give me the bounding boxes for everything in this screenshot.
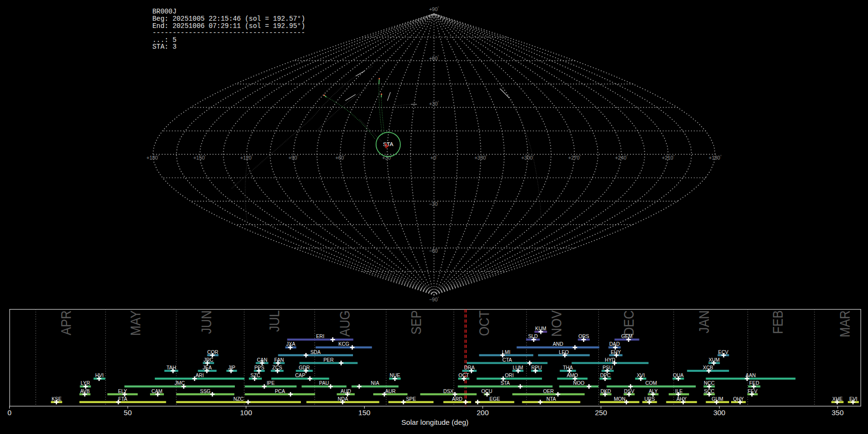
svg-text:ZCS: ZCS: [272, 365, 282, 370]
svg-text:XVI: XVI: [637, 373, 645, 378]
svg-text:SLD: SLD: [528, 334, 538, 339]
svg-text:GEM: GEM: [621, 334, 632, 339]
svg-text:FTA: FTA: [118, 396, 127, 402]
svg-text:+90°: +90°: [288, 155, 298, 161]
svg-text:SDA: SDA: [311, 350, 321, 355]
svg-text:JIP: JIP: [228, 365, 235, 370]
svg-text:+180°: +180°: [147, 155, 160, 161]
svg-text:NZC: NZC: [233, 396, 244, 402]
svg-text:ORI: ORI: [505, 373, 514, 378]
svg-text:CAM: CAM: [151, 389, 163, 394]
svg-text:SZC: SZC: [250, 373, 260, 378]
svg-text:NIA: NIA: [371, 380, 379, 386]
svg-text:SEP: SEP: [408, 311, 424, 335]
svg-text:JRC: JRC: [203, 357, 214, 363]
svg-text:XUM: XUM: [708, 357, 719, 363]
svg-text:IPE: IPE: [267, 380, 275, 386]
svg-text:AUR: AUR: [385, 389, 396, 394]
svg-text:300: 300: [713, 408, 725, 417]
svg-text:+60°: +60°: [429, 55, 439, 61]
svg-text:+180°: +180°: [709, 155, 722, 161]
svg-text:+30°: +30°: [429, 100, 439, 107]
svg-text:ORS: ORS: [578, 334, 589, 339]
svg-text:COM: COM: [645, 380, 657, 386]
svg-text:PCA: PCA: [275, 389, 285, 394]
svg-text:AAN: AAN: [746, 373, 756, 378]
svg-text:350: 350: [831, 408, 843, 417]
svg-text:DKD: DKD: [600, 389, 611, 394]
svg-text:GDR: GDR: [299, 365, 310, 370]
svg-text:Solar longitude (deg): Solar longitude (deg): [401, 418, 468, 426]
svg-text:JMC: JMC: [175, 380, 185, 386]
svg-text:LMI: LMI: [502, 350, 510, 355]
svg-text:STA: 3: STA: 3: [152, 43, 176, 51]
svg-text:QUA: QUA: [673, 373, 683, 378]
svg-text:STA: STA: [501, 380, 510, 386]
svg-text:THA: THA: [563, 365, 573, 370]
svg-text:EGE: EGE: [489, 396, 500, 402]
svg-text:+300°: +300°: [521, 155, 534, 161]
svg-text:MAY: MAY: [128, 311, 144, 336]
svg-text:LYR: LYR: [81, 380, 90, 386]
svg-text:PSU: PSU: [603, 365, 613, 370]
svg-text:MAR: MAR: [837, 311, 853, 338]
svg-text:−60°: −60°: [429, 247, 439, 254]
svg-text:FEB: FEB: [770, 311, 786, 334]
svg-text:AUG: AUG: [337, 311, 353, 337]
svg-text:XCB: XCB: [703, 365, 713, 370]
svg-text:NDA: NDA: [338, 396, 348, 402]
svg-text:+120°: +120°: [240, 155, 253, 161]
svg-text:150: 150: [358, 408, 370, 417]
svg-text:SCC: SCC: [704, 389, 715, 394]
svg-text:JUL: JUL: [266, 311, 282, 332]
svg-text:NCC: NCC: [704, 380, 715, 386]
svg-text:ILE: ILE: [675, 389, 683, 394]
svg-text:NOO: NOO: [573, 380, 584, 386]
svg-text:0: 0: [7, 408, 11, 417]
svg-text:ALY: ALY: [649, 389, 658, 394]
svg-text:+270°: +270°: [568, 155, 581, 161]
svg-text:OCU: OCU: [481, 389, 492, 394]
svg-text:AHY: AHY: [677, 396, 687, 402]
svg-text:50: 50: [124, 408, 132, 417]
svg-text:NTA: NTA: [546, 396, 556, 402]
svg-text:COR: COR: [207, 350, 218, 355]
svg-text:AMO: AMO: [567, 373, 578, 378]
svg-text:+60°: +60°: [335, 155, 345, 161]
svg-text:CTA: CTA: [502, 357, 512, 363]
svg-text:LEO: LEO: [559, 350, 569, 355]
svg-text:TAH: TAH: [166, 365, 176, 370]
svg-text:+240°: +240°: [615, 155, 628, 161]
svg-text:KSE: KSE: [52, 396, 62, 402]
svg-text:HYD: HYD: [605, 357, 615, 363]
svg-text:OCT: OCT: [476, 311, 492, 336]
svg-text:GUM: GUM: [712, 396, 723, 402]
svg-text:RPU: RPU: [531, 365, 542, 370]
svg-text:URS: URS: [644, 396, 655, 402]
svg-text:FAN: FAN: [274, 357, 284, 363]
svg-text:DPC: DPC: [600, 373, 610, 378]
svg-text:FED: FED: [749, 380, 760, 386]
svg-text:DSX: DSX: [443, 389, 453, 394]
svg-text:EHY: EHY: [610, 350, 621, 355]
svg-text:AND: AND: [553, 341, 563, 347]
svg-text:BR000J: BR000J: [152, 8, 176, 15]
svg-text:−30°: −30°: [429, 201, 439, 207]
svg-text:JXA: JXA: [286, 341, 296, 347]
svg-text:JUN: JUN: [198, 311, 214, 334]
svg-text:FEV: FEV: [748, 389, 758, 394]
svg-text:QHY: QHY: [733, 396, 744, 402]
svg-text:+90°: +90°: [429, 6, 439, 12]
svg-text:OER: OER: [543, 389, 554, 394]
svg-text:KUM: KUM: [535, 326, 546, 331]
svg-text:ECV: ECV: [718, 350, 728, 355]
svg-text:EVI: EVI: [849, 396, 857, 402]
svg-text:XHE: XHE: [832, 396, 842, 402]
svg-text:PER: PER: [324, 357, 334, 363]
svg-text:−90°: −90°: [429, 296, 439, 302]
svg-text:CAN: CAN: [257, 357, 268, 363]
svg-text:PAU: PAU: [319, 380, 329, 386]
svg-text:NUE: NUE: [390, 373, 400, 378]
svg-text:DEC: DEC: [621, 311, 637, 336]
svg-text:HVI: HVI: [95, 373, 104, 378]
